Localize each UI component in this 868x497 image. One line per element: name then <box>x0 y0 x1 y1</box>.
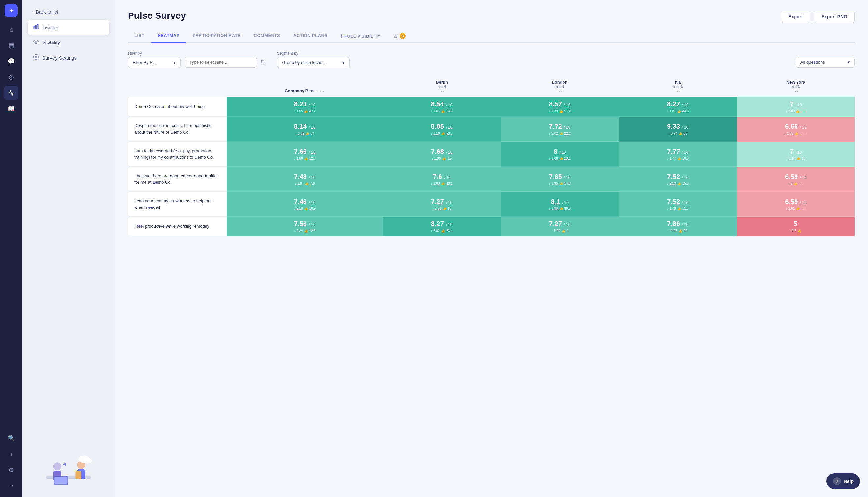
help-button[interactable]: ? Help <box>826 473 860 489</box>
score-cell[interactable]: 8 / 10 ↓ 1.66 👍 23.1 <box>501 142 619 167</box>
tab-participation-rate[interactable]: PARTICIPATION RATE <box>186 30 247 43</box>
score-cell[interactable]: 5 ↓ 2.7 👍 <box>737 217 855 236</box>
sidebar-item-insights[interactable]: Insights <box>28 20 109 35</box>
score-cell[interactable]: 8.54 / 10 ↓ 1.07 👍 54.5 <box>382 97 501 117</box>
nav-add[interactable]: + <box>4 447 18 462</box>
sort-arrows-berlin[interactable]: ▲▼ <box>440 90 445 93</box>
sort-arrows-na[interactable]: ▲▼ <box>676 90 681 93</box>
sidebar-item-visibility[interactable]: Visibility <box>28 35 109 50</box>
export-png-button[interactable]: Export PNG <box>814 11 855 23</box>
question-col-header <box>128 77 227 97</box>
sidebar-illustration <box>28 444 109 491</box>
nav-logout[interactable]: → <box>4 479 18 493</box>
thumbs-up-icon: 👍 <box>797 157 800 160</box>
score-cell[interactable]: 7.27 / 10 ↓ 2.21 👍 16 <box>382 192 501 217</box>
score-cell[interactable]: 8.05 / 10 ↓ 1.16 👍 23.5 <box>382 117 501 142</box>
score-cell[interactable]: 7.72 / 10 ↓ 2.02 👍 22.2 <box>501 117 619 142</box>
score-details: ↓ 2.61 👍 -10 <box>740 207 852 211</box>
score-cell[interactable]: 7.6 / 10 ↓ 1.63 👍 13.1 <box>382 167 501 192</box>
score-cell[interactable]: 8.23 / 10 ↓ 1.65 👍 42.2 <box>227 97 382 117</box>
questions-select[interactable]: All questions ▾ <box>796 57 855 68</box>
score-pct: 16.9 <box>309 207 316 211</box>
col-header-na[interactable]: n/a n = 16 ▲▼ <box>619 77 737 97</box>
score-cell[interactable]: 7.27 / 10 ↓ 1.99 👍 0 <box>501 217 619 236</box>
score-cell[interactable]: 7.56 / 10 ↓ 2.24 👍 12.3 <box>227 217 382 236</box>
nav-library[interactable]: 📖 <box>4 101 18 116</box>
score-cell[interactable]: 6.59 / 10 ↓ 2 👍 -30 <box>737 167 855 192</box>
sort-arrows-london[interactable]: ▲▼ <box>558 90 563 93</box>
score-cell[interactable]: 6.59 / 10 ↓ 2.61 👍 -10 <box>737 192 855 217</box>
nav-settings[interactable]: ⚙ <box>4 463 18 477</box>
score-value: 7.6 <box>433 173 442 180</box>
filter-by-group: Filter by Filter By R... ▾ <box>128 51 181 68</box>
score-cell[interactable]: 7 / 10 ↓ 2.09 👍 -10 <box>737 97 855 117</box>
segment-by-select[interactable]: Group by office locati... ▾ <box>277 57 350 68</box>
score-cell[interactable]: 8.14 / 10 ↓ 1.82 👍 34 <box>227 117 382 142</box>
std-down-icon: ↓ 2.13 <box>667 182 675 185</box>
col-company-name: Company Ben... <box>285 88 317 93</box>
std-down-icon: ↓ 2.09 <box>786 109 795 113</box>
score-cell[interactable]: 7.85 / 10 ↓ 1.35 👍 14.3 <box>501 167 619 192</box>
score-cell[interactable]: 9.33 / 10 ↓ 0.94 👍 80 <box>619 117 737 142</box>
copy-filter-icon[interactable]: ⧉ <box>261 59 265 66</box>
score-pct: 57.2 <box>564 109 571 113</box>
std-down-icon: ↓ 1.78 <box>667 207 675 211</box>
sort-arrows-newyork[interactable]: ▲▼ <box>794 90 799 93</box>
score-cell[interactable]: 8.27 / 10 ↓ 2.02 👍 33.4 <box>382 217 501 236</box>
score-cell[interactable]: 7.52 / 10 ↓ 1.78 👍 11.7 <box>619 192 737 217</box>
question-cell: I am fairly rewarded (e.g. pay, promotio… <box>128 142 227 167</box>
app-logo[interactable]: ✦ <box>5 4 18 17</box>
score-details: ↓ 1.66 👍 23.1 <box>504 157 616 160</box>
score-cell[interactable]: 8.1 / 10 ↓ 1.99 👍 36.8 <box>501 192 619 217</box>
tab-action-plans[interactable]: ACTION PLANS <box>287 30 334 43</box>
tab-full-visibility[interactable]: ℹ FULL VISIBILITY <box>334 30 387 43</box>
filter-input[interactable] <box>184 57 257 68</box>
nav-messages[interactable]: 💬 <box>4 54 18 69</box>
score-cell[interactable]: 8.57 / 10 ↓ 1.39 👍 57.2 <box>501 97 619 117</box>
col-header-newyork[interactable]: New York n = 3 ▲▼ <box>737 77 855 97</box>
score-denom: / 10 <box>682 200 688 205</box>
tab-comments[interactable]: COMMENTS <box>247 30 287 43</box>
score-cell[interactable]: 7.46 / 10 ↓ 2.18 👍 16.9 <box>227 192 382 217</box>
nav-dashboard[interactable]: ▦ <box>4 38 18 53</box>
score-cell[interactable]: 7.77 / 10 ↓ 1.74 👍 16.6 <box>619 142 737 167</box>
std-down-icon: ↓ 1.39 <box>549 109 558 113</box>
thumbs-up-icon: 👍 <box>304 229 308 232</box>
col-header-berlin[interactable]: Berlin n = 4 ▲▼ <box>382 77 501 97</box>
score-details: ↓ 1.35 👍 14.3 <box>504 182 616 185</box>
score-cell[interactable]: 7.52 / 10 ↓ 2.13 👍 15.8 <box>619 167 737 192</box>
nav-home[interactable]: ⌂ <box>4 23 18 37</box>
tab-alerts[interactable]: ⚠ 3 <box>387 30 412 43</box>
col-header-company[interactable]: Company Ben... ▲▼ <box>227 77 382 97</box>
sort-arrows-company[interactable]: ▲▼ <box>320 90 325 93</box>
nav-pulse[interactable] <box>4 86 18 100</box>
score-denom: / 10 <box>564 103 571 108</box>
score-cell[interactable]: 7.86 / 10 ↓ 1.96 👍 20 <box>619 217 737 236</box>
score-value: 8.05 <box>431 123 444 130</box>
thumbs-up-icon: 👍 <box>441 182 445 185</box>
std-down-icon: ↓ 1.63 <box>431 182 439 185</box>
nav-search[interactable]: 🔍 <box>4 431 18 445</box>
visibility-label: Visibility <box>42 40 60 45</box>
score-cell[interactable]: 6.66 / 10 ↓ 2.56 👍 -16.7 <box>737 117 855 142</box>
table-row: I believe there are good career opportun… <box>128 167 855 192</box>
score-pct: 80 <box>684 132 687 136</box>
thumbs-up-icon: 👍 <box>559 182 563 185</box>
tab-heatmap[interactable]: HEATMAP <box>151 30 186 43</box>
score-cell[interactable]: 7 / 10 ↓ 2.14 👍 10 <box>737 142 855 167</box>
tab-list[interactable]: LIST <box>128 30 151 43</box>
back-to-list-button[interactable]: ‹ Back to list <box>28 6 109 17</box>
sidebar-item-survey-settings[interactable]: Survey Settings <box>28 50 109 65</box>
score-details: ↓ 1.99 👍 0 <box>504 229 616 232</box>
score-denom: / 10 <box>446 200 452 205</box>
score-cell[interactable]: 8.27 / 10 ↓ 1.81 👍 44.5 <box>619 97 737 117</box>
score-cell[interactable]: 7.68 / 10 ↓ 1.86 👍 4.5 <box>382 142 501 167</box>
export-button[interactable]: Export <box>781 11 810 23</box>
score-cell[interactable]: 7.66 / 10 ↓ 1.86 👍 12.7 <box>227 142 382 167</box>
score-denom: / 10 <box>796 150 802 155</box>
score-cell[interactable]: 7.48 / 10 ↓ 1.84 👍 7.6 <box>227 167 382 192</box>
col-header-london[interactable]: London n = 4 ▲▼ <box>501 77 619 97</box>
nav-target[interactable]: ◎ <box>4 70 18 84</box>
filter-by-select[interactable]: Filter By R... ▾ <box>128 57 181 68</box>
score-value: 7.27 <box>549 220 562 227</box>
